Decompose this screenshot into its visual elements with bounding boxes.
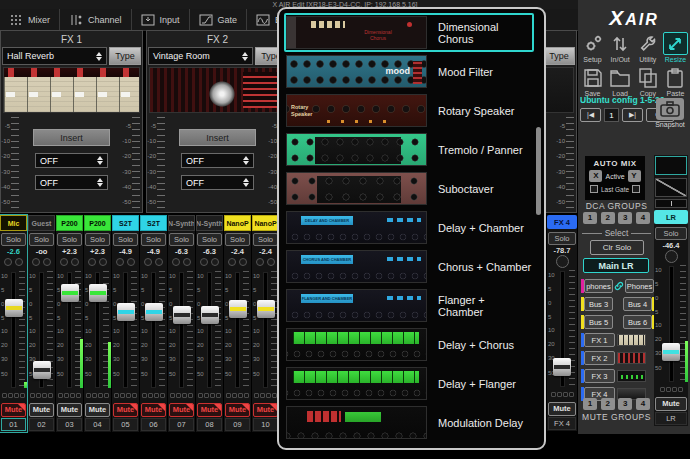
fx-type-option[interactable]: Rotary SpeakerRotary Speaker [284, 91, 534, 130]
solo-button[interactable]: Solo [169, 233, 194, 246]
pan-knob[interactable] [88, 258, 96, 266]
toolbar-item-input[interactable]: Input [132, 9, 190, 30]
pan-knob[interactable] [127, 258, 135, 266]
mute-group-2-button[interactable]: 2 [601, 398, 615, 410]
channel-fader[interactable]: 1050510203050 [547, 268, 577, 390]
setup-button[interactable]: Setup [580, 32, 605, 63]
pan-knob[interactable] [60, 258, 68, 266]
dca-group-3-button[interactable]: 3 [618, 212, 632, 224]
fx-type-option[interactable]: Delay + Flanger [284, 364, 534, 403]
in-out-button[interactable]: In/Out [608, 32, 633, 63]
fx-type-option[interactable]: Modulation Delay [284, 403, 534, 442]
solo-button[interactable]: Solo [197, 233, 222, 246]
fx-preset-select[interactable]: Hall Reverb [2, 47, 107, 65]
solo-button[interactable]: Solo [253, 233, 278, 246]
pan-knobs[interactable] [168, 256, 195, 268]
fader-cap[interactable] [173, 306, 191, 324]
channel-fader[interactable]: 1050510203050 [112, 269, 139, 391]
pan-knob[interactable] [183, 258, 191, 266]
mute-button[interactable]: Mute [57, 403, 82, 417]
channel-label[interactable]: N-Synth [168, 215, 195, 231]
toolbar-item-channel[interactable]: Channel [60, 9, 132, 30]
paste-button[interactable]: Paste [663, 66, 688, 97]
fader-cap[interactable] [89, 284, 107, 302]
pan-knob-row[interactable] [654, 250, 688, 262]
mute-group-1-button[interactable]: 1 [583, 398, 597, 410]
lr-pan-indicator[interactable] [655, 199, 687, 208]
channel-label[interactable]: P200 [56, 215, 83, 231]
fx-type-option[interactable]: Suboctaver [284, 169, 534, 208]
pan-knobs[interactable] [28, 256, 55, 268]
route-button-phones[interactable]: phones [584, 279, 613, 293]
automix-x-button[interactable]: X [589, 170, 602, 182]
pan-knob[interactable] [71, 258, 79, 266]
route-button-fx-2[interactable]: FX 2 [584, 351, 615, 365]
pan-knobs[interactable] [140, 256, 167, 268]
pan-knobs[interactable] [112, 256, 139, 268]
toolbar-item-mixer[interactable]: Mixer [0, 9, 60, 30]
pan-knobs[interactable] [224, 256, 251, 268]
pan-knobs[interactable] [0, 256, 27, 268]
channel-fader[interactable]: 1050510203050 [654, 263, 688, 385]
fx-preset-select[interactable]: Vintage Room [148, 47, 253, 65]
fader-cap[interactable] [257, 300, 275, 318]
channel-label[interactable]: N-Synth [196, 215, 223, 231]
fx-send-select[interactable]: OFF [181, 153, 254, 168]
fader-cap[interactable] [145, 303, 163, 321]
mute-button[interactable]: Mute [169, 403, 194, 417]
lr-eq-thumbnail[interactable] [655, 178, 687, 197]
fx-type-option[interactable]: Delay + Chorus [284, 325, 534, 364]
channel-label[interactable]: S2T [112, 215, 139, 231]
channel-label[interactable]: Mic [0, 215, 27, 231]
fx-type-option[interactable]: CHORUS AND CHAMBERChorus + Chamber [284, 247, 534, 286]
strip-name-tag[interactable]: LR [654, 210, 688, 224]
route-button-bus-5[interactable]: Bus 5 [584, 315, 613, 329]
route-button-phones[interactable]: Phones [625, 279, 654, 293]
mute-button[interactable]: Mute [225, 403, 250, 417]
pan-knobs[interactable] [56, 256, 83, 268]
fader-cap[interactable] [229, 300, 247, 318]
channel-fader[interactable]: 1050510203050 [196, 269, 223, 391]
fx-type-option[interactable]: moodMood Filter [284, 52, 534, 91]
channel-fader[interactable]: 1050510203050 [28, 269, 55, 391]
fader-cap[interactable] [5, 299, 23, 317]
load-button[interactable]: Load [608, 66, 633, 97]
pan-knob[interactable] [200, 258, 208, 266]
pan-knob[interactable] [15, 258, 23, 266]
channel-fader[interactable]: 1050510203050 [252, 269, 279, 391]
channel-label[interactable]: NanoP [224, 215, 251, 231]
dca-group-2-button[interactable]: 2 [601, 212, 615, 224]
route-button-bus-3[interactable]: Bus 3 [584, 297, 613, 311]
route-button-fx-1[interactable]: FX 1 [584, 333, 615, 347]
fx-type-button[interactable]: Type [109, 47, 141, 65]
channel-fader[interactable]: 1050510203050 [84, 269, 111, 391]
channel-fader[interactable]: 1050510203050 [168, 269, 195, 391]
mute-button[interactable]: Mute [141, 403, 166, 417]
channel-fader[interactable]: 1050510203050 [224, 269, 251, 391]
pan-knob[interactable] [665, 250, 678, 263]
route-button-bus-6[interactable]: Bus 6 [623, 315, 652, 329]
automix-y-button[interactable]: Y [628, 170, 641, 182]
fx-type-option[interactable]: FLANGER AND CHAMBERFlanger + Chamber [284, 286, 534, 325]
mute-button[interactable]: Mute [253, 403, 278, 417]
strip-name-tag[interactable]: FX 4 [547, 215, 577, 229]
pan-knob[interactable] [43, 258, 51, 266]
pan-knob[interactable] [116, 258, 124, 266]
dca-group-4-button[interactable]: 4 [636, 212, 650, 224]
solo-button[interactable]: Solo [29, 233, 54, 246]
pan-knob[interactable] [211, 258, 219, 266]
pan-knobs[interactable] [196, 256, 223, 268]
pan-knob[interactable] [99, 258, 107, 266]
fx-send-select[interactable]: OFF [35, 175, 108, 190]
pan-knob[interactable] [32, 258, 40, 266]
mute-button[interactable]: Mute [1, 403, 26, 417]
fx-send-select[interactable]: OFF [181, 175, 254, 190]
fader-cap[interactable] [662, 343, 680, 361]
route-button-bus-4[interactable]: Bus 4 [623, 297, 652, 311]
channel-fader[interactable]: 1050510203050 [140, 269, 167, 391]
dca-group-1-button[interactable]: 1 [583, 212, 597, 224]
mute-group-4-button[interactable]: 4 [636, 398, 650, 410]
solo-button[interactable]: Solo [1, 233, 26, 246]
channel-label[interactable]: S2T [140, 215, 167, 231]
solo-button[interactable]: Solo [548, 232, 576, 245]
